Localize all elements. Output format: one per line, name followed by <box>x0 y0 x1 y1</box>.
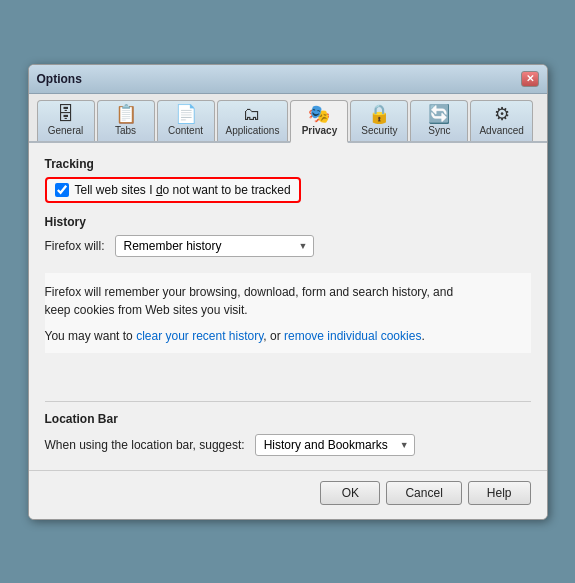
location-dropdown-wrap: History and Bookmarks History Bookmarks … <box>255 434 415 456</box>
footer: OK Cancel Help <box>29 470 547 519</box>
location-bar-section: Location Bar When using the location bar… <box>45 401 531 456</box>
tab-content-label: Content <box>168 125 203 136</box>
security-icon: 🔒 <box>368 105 390 123</box>
title-bar-buttons: ✕ <box>521 71 539 87</box>
window-title: Options <box>37 72 82 86</box>
spacer <box>45 361 531 401</box>
help-button[interactable]: Help <box>468 481 531 505</box>
options-window: Options ✕ 🗄 General 📋 Tabs 📄 Content 🗂 A… <box>28 64 548 520</box>
info-line2: keep cookies from Web sites you visit. <box>45 303 248 317</box>
tab-privacy-label: Privacy <box>302 125 338 136</box>
location-bar-label: Location Bar <box>45 412 531 426</box>
location-row: When using the location bar, suggest: Hi… <box>45 434 531 456</box>
info-line1: Firefox will remember your browsing, dow… <box>45 285 454 299</box>
general-icon: 🗄 <box>57 105 75 123</box>
clear-history-link[interactable]: clear your recent history <box>136 329 263 343</box>
tab-applications[interactable]: 🗂 Applications <box>217 100 289 141</box>
tab-privacy[interactable]: 🎭 Privacy <box>290 100 348 143</box>
sync-icon: 🔄 <box>428 105 450 123</box>
tab-tabs-label: Tabs <box>115 125 136 136</box>
privacy-icon: 🎭 <box>308 105 330 123</box>
cancel-button[interactable]: Cancel <box>386 481 461 505</box>
applications-icon: 🗂 <box>243 105 261 123</box>
history-info-text: Firefox will remember your browsing, dow… <box>45 283 531 319</box>
history-dropdown[interactable]: Remember history Never remember history … <box>115 235 314 257</box>
tab-security[interactable]: 🔒 Security <box>350 100 408 141</box>
privacy-content: Tracking Tell web sites I do not want to… <box>29 143 547 470</box>
tab-advanced-label: Advanced <box>479 125 523 136</box>
tab-sync[interactable]: 🔄 Sync <box>410 100 468 141</box>
location-dropdown[interactable]: History and Bookmarks History Bookmarks … <box>255 434 415 456</box>
history-dropdown-wrap: Remember history Never remember history … <box>115 235 314 257</box>
tab-general[interactable]: 🗄 General <box>37 100 95 141</box>
tab-general-label: General <box>48 125 84 136</box>
tab-applications-label: Applications <box>226 125 280 136</box>
history-row: Firefox will: Remember history Never rem… <box>45 235 531 257</box>
history-info-box: Firefox will remember your browsing, dow… <box>45 273 531 353</box>
suggest-label: When using the location bar, suggest: <box>45 438 245 452</box>
link-suffix: . <box>421 329 424 343</box>
history-section-label: History <box>45 215 531 229</box>
history-link-text: You may want to clear your recent histor… <box>45 329 531 343</box>
tabs-icon: 📋 <box>115 105 137 123</box>
do-not-track-checkbox[interactable] <box>55 183 69 197</box>
close-button[interactable]: ✕ <box>521 71 539 87</box>
tab-security-label: Security <box>361 125 397 136</box>
tab-tabs[interactable]: 📋 Tabs <box>97 100 155 141</box>
tabs-bar: 🗄 General 📋 Tabs 📄 Content 🗂 Application… <box>29 94 547 143</box>
tab-content[interactable]: 📄 Content <box>157 100 215 141</box>
tab-sync-label: Sync <box>428 125 450 136</box>
advanced-icon: ⚙ <box>494 105 510 123</box>
title-bar: Options ✕ <box>29 65 547 94</box>
tracking-section-label: Tracking <box>45 157 531 171</box>
firefox-will-label: Firefox will: <box>45 239 105 253</box>
tab-advanced[interactable]: ⚙ Advanced <box>470 100 532 141</box>
ok-button[interactable]: OK <box>320 481 380 505</box>
link-between: , or <box>263 329 280 343</box>
content-icon: 📄 <box>175 105 197 123</box>
remove-cookies-link[interactable]: remove individual cookies <box>284 329 421 343</box>
do-not-track-label: Tell web sites I do not want to be track… <box>75 183 291 197</box>
tracking-checkbox-container: Tell web sites I do not want to be track… <box>45 177 301 203</box>
